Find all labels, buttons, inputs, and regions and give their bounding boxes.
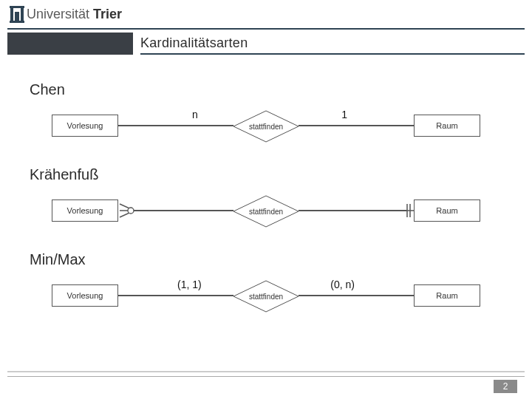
diagram-crow: Vorlesung stattfinden Raum xyxy=(52,192,480,231)
cardinality-minmax-left: (1, 1) xyxy=(177,279,202,290)
one-bar-icon xyxy=(403,202,414,219)
cardinality-chen-left: n xyxy=(192,109,198,120)
title-bar-block xyxy=(7,33,133,55)
diagram-chen: Vorlesung n stattfinden 1 Raum xyxy=(52,107,480,146)
slide-title: Kardinalitätsarten xyxy=(140,35,248,51)
relationship-label: stattfinden xyxy=(233,195,299,228)
diagram-minmax: Vorlesung (1, 1) stattfinden (0, n) Raum xyxy=(52,277,480,316)
entity-left: Vorlesung xyxy=(52,284,118,307)
section-label-chen: Chen xyxy=(30,81,65,98)
entity-left: Vorlesung xyxy=(52,200,118,222)
crows-foot-icon xyxy=(118,202,134,219)
entity-right: Raum xyxy=(414,115,480,137)
connector-right xyxy=(299,125,414,126)
relationship-diamond: stattfinden xyxy=(233,195,299,228)
university-logo: Universität Trier xyxy=(9,4,122,24)
connector-right xyxy=(299,210,406,211)
section-label-crow: Krähenfuß xyxy=(30,166,98,183)
entity-right: Raum xyxy=(414,284,480,307)
relationship-diamond: stattfinden xyxy=(233,280,299,313)
relationship-label: stattfinden xyxy=(233,280,299,313)
svg-rect-2 xyxy=(21,7,24,21)
page-number: 2 xyxy=(494,380,517,393)
svg-rect-0 xyxy=(10,21,24,23)
cardinality-chen-right: 1 xyxy=(341,109,347,120)
svg-rect-3 xyxy=(10,6,24,8)
slide: Universität Trier Kardinalitätsarten Che… xyxy=(0,0,532,399)
footer-rule xyxy=(7,371,525,372)
section-label-minmax: Min/Max xyxy=(30,251,86,268)
university-name: Universität Trier xyxy=(27,7,122,22)
svg-rect-1 xyxy=(10,7,13,21)
entity-right: Raum xyxy=(414,200,480,222)
connector-left xyxy=(133,210,233,211)
connector-right xyxy=(299,295,414,296)
cardinality-minmax-right: (0, n) xyxy=(330,279,355,290)
footer-subrule xyxy=(7,376,525,377)
relationship-diamond: stattfinden xyxy=(233,110,299,143)
entity-left: Vorlesung xyxy=(52,115,118,137)
university-name-bold: Trier xyxy=(93,7,122,21)
relationship-label: stattfinden xyxy=(233,110,299,143)
gate-icon xyxy=(9,4,25,24)
header-rule xyxy=(7,28,525,30)
connector-left xyxy=(118,125,233,126)
connector-left xyxy=(118,295,233,296)
title-bar: Kardinalitätsarten xyxy=(140,33,525,55)
svg-point-9 xyxy=(128,208,134,214)
svg-rect-4 xyxy=(15,12,19,21)
university-name-light: Universität xyxy=(27,7,89,21)
